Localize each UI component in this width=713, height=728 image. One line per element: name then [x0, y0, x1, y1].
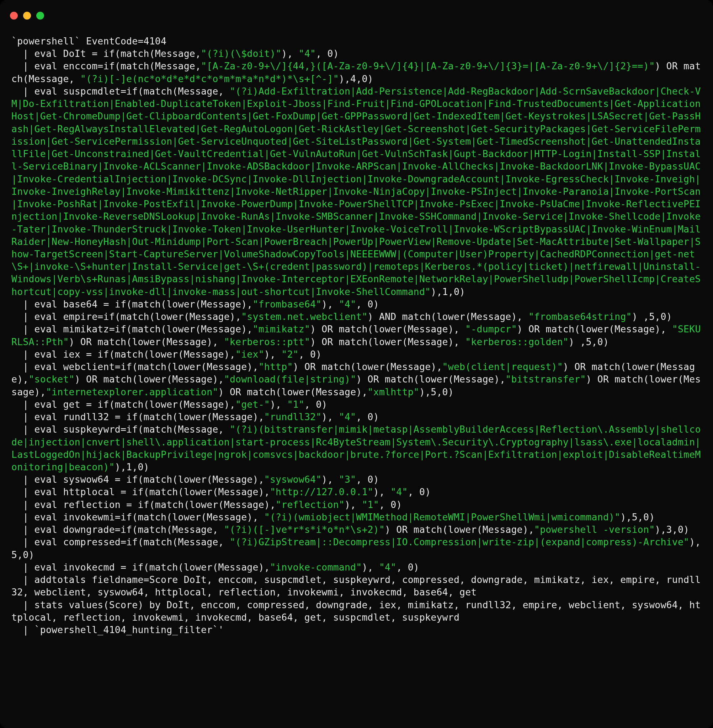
- code-string-token: "socket": [28, 374, 74, 385]
- code-string-token: "system.net.webclient": [241, 311, 367, 322]
- code-string-token: "internetexplorer.application": [46, 386, 218, 397]
- code-string-token: "mimikatz": [253, 323, 310, 335]
- code-plain-token: ) OR match(lower(Message),: [75, 374, 224, 385]
- code-plain-token: ),: [270, 399, 287, 410]
- code-string-token: "get-": [236, 399, 270, 410]
- window-titlebar: [0, 0, 713, 24]
- code-string-token: "syswow64": [264, 474, 322, 485]
- code-string-token: "http://127.0.0.1": [270, 486, 373, 497]
- code-plain-token: ) OR match(lower(Message),: [69, 336, 224, 347]
- code-string-token: "-dumpcr": [465, 323, 517, 335]
- code-string-token: "invoke-command": [270, 562, 362, 573]
- minimize-icon[interactable]: [23, 12, 31, 19]
- code-plain-token: ),: [321, 299, 339, 310]
- code-string-token: "1": [362, 499, 379, 510]
- code-plain-token: ),: [362, 562, 379, 573]
- code-string-token: "(?i)[-]e(nc*o*d*e*d*c*o*m*m*a*n*d*)*\s+…: [81, 73, 339, 84]
- code-string-token: "download(file|string)": [224, 374, 356, 385]
- code-plain-token: ),: [345, 499, 362, 510]
- code-string-token: "xmlhttp": [368, 386, 419, 397]
- code-string-token: "1": [287, 399, 304, 410]
- code-string-token: "rundll32": [264, 411, 322, 422]
- code-string-token: "4": [299, 48, 316, 59]
- code-string-token: "powershell -version": [534, 524, 655, 535]
- code-string-token: "(?i)GZipStream|::Decompress|IO.Compress…: [230, 536, 689, 548]
- code-plain-token: ),: [321, 411, 339, 422]
- code-string-token: "kerberos::golden": [465, 336, 568, 347]
- code-plain-token: ) OR match(lower(Message),: [293, 361, 442, 372]
- code-string-token: "4": [391, 486, 407, 497]
- code-block: `powershell` EventCode=4104 | eval DoIt …: [0, 24, 713, 647]
- code-string-token: "2": [281, 349, 298, 360]
- code-plain-token: ) OR match(lower(Message),: [218, 386, 368, 397]
- terminal-window: `powershell` EventCode=4104 | eval DoIt …: [0, 0, 713, 728]
- close-icon[interactable]: [10, 12, 18, 19]
- code-string-token: "(?i)(wmiobject|WMIMethod|RemoteWMI|Powe…: [264, 512, 621, 523]
- code-string-token: "(?i)Add-Exfiltration|Add-Persistence|Ad…: [11, 86, 701, 297]
- code-plain-token: ) OR match(lower(Message),: [356, 374, 505, 385]
- code-string-token: "bitstransfer": [505, 374, 586, 385]
- code-plain-token: `powershell` EventCode=4104 | eval DoIt …: [11, 36, 201, 59]
- code-string-token: "4": [339, 299, 356, 310]
- code-string-token: "frombase64string": [528, 311, 632, 322]
- code-string-token: "kerberos::ptt": [224, 336, 310, 347]
- code-plain-token: ),: [264, 349, 281, 360]
- code-string-token: "http": [258, 361, 293, 372]
- code-string-token: "frombase64": [253, 299, 322, 310]
- code-string-token: "(?i)([-]ve*r*s*i*o*n*\s+2)": [224, 524, 385, 535]
- code-plain-token: ) AND match(lower(Message),: [368, 311, 528, 322]
- code-plain-token: ) OR match(lower(Message),: [310, 336, 465, 347]
- code-string-token: "iex": [236, 349, 264, 360]
- code-plain-token: ) OR match(lower(Message),: [517, 323, 672, 335]
- code-string-token: "reflection": [276, 499, 345, 510]
- code-string-token: "[A-Za-z0-9+\/]{44,}([A-Za-z0-9+\/]{4}|[…: [201, 60, 655, 71]
- code-string-token: "4": [339, 411, 356, 422]
- code-plain-token: ),: [321, 474, 339, 485]
- code-plain-token: ),: [373, 486, 391, 497]
- code-plain-token: ) OR match(lower(Message),: [385, 524, 534, 535]
- code-string-token: "3": [339, 474, 356, 485]
- code-string-token: "4": [379, 562, 396, 573]
- zoom-icon[interactable]: [36, 12, 44, 19]
- code-plain-token: ),: [281, 48, 298, 59]
- code-plain-token: ) OR match(lower(Message),: [310, 323, 465, 335]
- code-string-token: "(?i)(\$doit)": [201, 48, 281, 59]
- code-string-token: "web(client|request)": [442, 361, 563, 372]
